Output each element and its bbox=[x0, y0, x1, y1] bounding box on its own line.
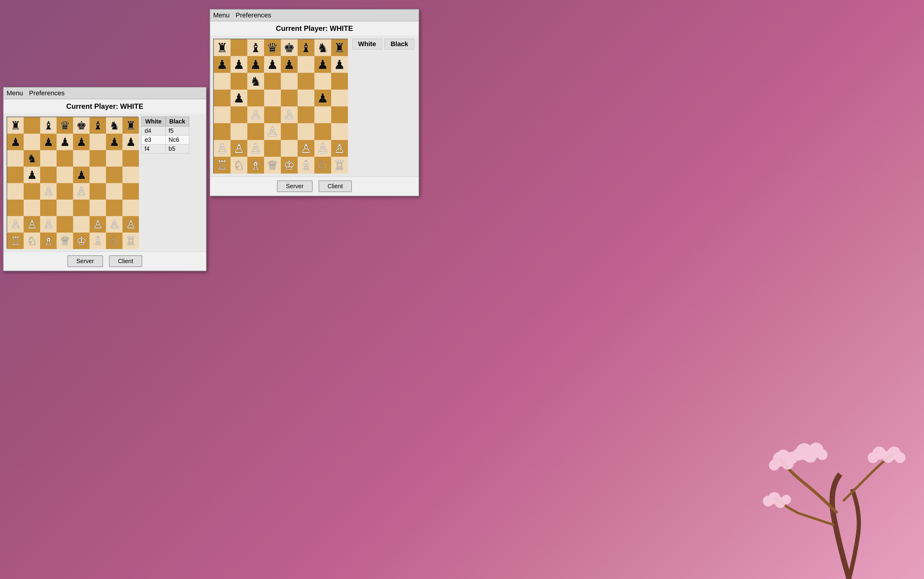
cell-0-0[interactable]: ♜ bbox=[214, 39, 231, 56]
cell-5-1[interactable] bbox=[231, 123, 247, 140]
cell-2-0[interactable] bbox=[7, 150, 24, 167]
cell-0-2[interactable]: ♝ bbox=[40, 117, 57, 134]
cell-0-5[interactable]: ♝ bbox=[90, 117, 106, 134]
cell-3-1[interactable]: ♟ bbox=[231, 90, 247, 106]
cell-1-7[interactable]: ♟ bbox=[331, 56, 348, 73]
cell-7-6[interactable]: ♘ bbox=[315, 157, 331, 173]
cell-1-1[interactable] bbox=[24, 134, 40, 150]
cell-1-3[interactable]: ♟ bbox=[264, 56, 281, 73]
cell-7-2[interactable]: ♗ bbox=[247, 157, 264, 173]
cell-3-1[interactable]: ♟ bbox=[24, 167, 40, 183]
cell-3-2[interactable] bbox=[247, 90, 264, 106]
menu-item-preferences-large[interactable]: Preferences bbox=[236, 11, 271, 19]
cell-1-0[interactable]: ♟ bbox=[214, 56, 231, 73]
cell-6-3[interactable] bbox=[264, 140, 281, 157]
cell-4-6[interactable] bbox=[106, 183, 122, 200]
cell-0-2[interactable]: ♝ bbox=[247, 39, 264, 56]
cell-0-3[interactable]: ♛ bbox=[57, 117, 73, 134]
cell-1-6[interactable]: ♟ bbox=[106, 134, 122, 150]
cell-4-4[interactable]: ♙ bbox=[281, 106, 298, 123]
cell-6-5[interactable]: ♙ bbox=[298, 140, 315, 157]
server-button-small[interactable]: Server bbox=[67, 255, 103, 267]
cell-5-7[interactable] bbox=[331, 123, 348, 140]
cell-6-6[interactable]: ♙ bbox=[315, 140, 331, 157]
cell-6-2[interactable]: ♙ bbox=[40, 216, 57, 232]
cell-4-3[interactable] bbox=[264, 106, 281, 123]
cell-3-6[interactable] bbox=[106, 167, 122, 183]
cell-3-4[interactable] bbox=[281, 90, 298, 106]
chess-board-large[interactable]: ♜♝♛♚♝♞♜♟♟♟♟♟♟♟♞♟♟♙♙♙♙♙♙♙♙♙♖♘♗♕♔♗♘♖ bbox=[213, 39, 348, 173]
cell-3-4[interactable]: ♟ bbox=[73, 167, 90, 183]
cell-5-6[interactable] bbox=[106, 200, 122, 216]
cell-0-1[interactable] bbox=[24, 117, 40, 134]
cell-2-0[interactable] bbox=[214, 73, 231, 90]
cell-6-1[interactable]: ♙ bbox=[24, 216, 40, 232]
cell-7-0[interactable]: ♖ bbox=[214, 157, 231, 173]
cell-4-2[interactable]: ♙ bbox=[247, 106, 264, 123]
cell-6-0[interactable]: ♙ bbox=[7, 216, 24, 232]
cell-7-7[interactable]: ♖ bbox=[331, 157, 348, 173]
cell-4-0[interactable] bbox=[7, 183, 24, 200]
cell-5-3[interactable] bbox=[57, 200, 73, 216]
cell-5-5[interactable] bbox=[298, 123, 315, 140]
cell-1-3[interactable]: ♟ bbox=[57, 134, 73, 150]
cell-5-0[interactable] bbox=[214, 123, 231, 140]
cell-7-4[interactable]: ♔ bbox=[73, 232, 90, 249]
cell-7-2[interactable]: ♗ bbox=[40, 232, 57, 249]
cell-3-0[interactable] bbox=[214, 90, 231, 106]
cell-0-4[interactable]: ♚ bbox=[281, 39, 298, 56]
cell-2-3[interactable] bbox=[57, 150, 73, 167]
cell-2-6[interactable] bbox=[315, 73, 331, 90]
cell-3-3[interactable] bbox=[57, 167, 73, 183]
cell-7-3[interactable]: ♕ bbox=[264, 157, 281, 173]
cell-3-6[interactable]: ♟ bbox=[315, 90, 331, 106]
cell-0-7[interactable]: ♜ bbox=[331, 39, 348, 56]
cell-2-4[interactable] bbox=[281, 73, 298, 90]
cell-1-2[interactable]: ♟ bbox=[40, 134, 57, 150]
cell-6-7[interactable]: ♙ bbox=[122, 216, 139, 232]
cell-3-2[interactable] bbox=[40, 167, 57, 183]
cell-5-2[interactable] bbox=[247, 123, 264, 140]
cell-6-2[interactable]: ♙ bbox=[247, 140, 264, 157]
cell-4-2[interactable]: ♙ bbox=[40, 183, 57, 200]
cell-1-5[interactable] bbox=[298, 56, 315, 73]
cell-6-1[interactable]: ♙ bbox=[231, 140, 247, 157]
client-button-small[interactable]: Client bbox=[109, 255, 142, 267]
cell-4-1[interactable] bbox=[24, 183, 40, 200]
cell-1-4[interactable]: ♟ bbox=[281, 56, 298, 73]
cell-7-1[interactable]: ♘ bbox=[24, 232, 40, 249]
cell-5-2[interactable] bbox=[40, 200, 57, 216]
cell-6-0[interactable]: ♙ bbox=[214, 140, 231, 157]
cell-6-4[interactable] bbox=[73, 216, 90, 232]
cell-5-0[interactable] bbox=[7, 200, 24, 216]
cell-7-5[interactable]: ♗ bbox=[298, 157, 315, 173]
cell-5-6[interactable] bbox=[315, 123, 331, 140]
cell-7-5[interactable]: ♗ bbox=[90, 232, 106, 249]
cell-4-5[interactable] bbox=[90, 183, 106, 200]
cell-4-7[interactable] bbox=[122, 183, 139, 200]
cell-2-6[interactable] bbox=[106, 150, 122, 167]
cell-0-6[interactable]: ♞ bbox=[106, 117, 122, 134]
menu-item-menu-large[interactable]: Menu bbox=[213, 11, 230, 19]
cell-7-3[interactable]: ♕ bbox=[57, 232, 73, 249]
cell-6-4[interactable] bbox=[281, 140, 298, 157]
cell-4-6[interactable] bbox=[315, 106, 331, 123]
cell-7-4[interactable]: ♔ bbox=[281, 157, 298, 173]
cell-1-1[interactable]: ♟ bbox=[231, 56, 247, 73]
cell-2-2[interactable] bbox=[40, 150, 57, 167]
cell-3-5[interactable] bbox=[90, 167, 106, 183]
client-button-large[interactable]: Client bbox=[319, 180, 352, 192]
cell-6-7[interactable]: ♙ bbox=[331, 140, 348, 157]
menu-item-menu-small[interactable]: Menu bbox=[7, 89, 23, 97]
cell-0-4[interactable]: ♚ bbox=[73, 117, 90, 134]
cell-4-3[interactable] bbox=[57, 183, 73, 200]
cell-5-7[interactable] bbox=[122, 200, 139, 216]
cell-2-3[interactable] bbox=[264, 73, 281, 90]
cell-1-5[interactable] bbox=[90, 134, 106, 150]
cell-1-7[interactable]: ♟ bbox=[122, 134, 139, 150]
cell-2-5[interactable] bbox=[90, 150, 106, 167]
cell-3-7[interactable] bbox=[331, 90, 348, 106]
cell-7-7[interactable]: ♖ bbox=[122, 232, 139, 249]
cell-6-6[interactable]: ♙ bbox=[106, 216, 122, 232]
cell-1-0[interactable]: ♟ bbox=[7, 134, 24, 150]
